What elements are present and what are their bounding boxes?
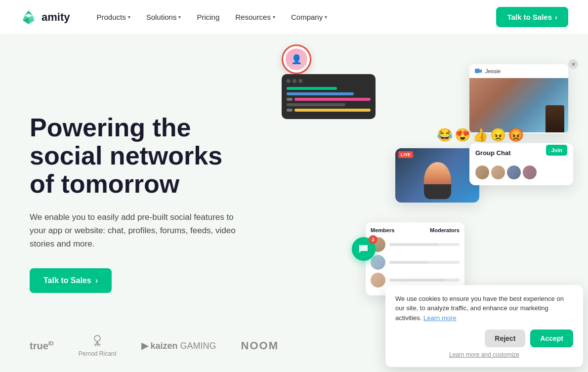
brand-kaizen: ▶ kaizen GAMING [141, 340, 216, 351]
window-dot [298, 79, 302, 83]
chevron-down-icon: ▾ [128, 14, 130, 20]
avatar [491, 165, 505, 179]
podcast-circle: 👤 [282, 44, 311, 74]
hero-title: Powering the social networks of tomorrow [30, 114, 237, 199]
navbar: amity Products ▾ Solutions ▾ Pricing Res… [0, 0, 588, 35]
nav-item-company[interactable]: Company ▾ [284, 9, 334, 25]
live-badge: LIVE [398, 151, 413, 158]
avatar [475, 165, 489, 179]
svg-rect-5 [475, 69, 480, 73]
brand-name: amity [42, 11, 70, 24]
video-card-header: Jessie [469, 64, 568, 78]
cookie-buttons: Reject Accept [395, 330, 573, 347]
code-line [287, 103, 345, 106]
brand-trueid: trueID [30, 340, 54, 352]
chat-bubble[interactable]: 2 [352, 237, 376, 261]
chevron-down-icon: ▾ [273, 14, 275, 20]
chat-badge: 2 [369, 235, 378, 244]
brand-logos: trueID Pernod Ricard ▶ kaizen GAMING NOO… [30, 334, 279, 357]
video-thumbnail [469, 78, 568, 132]
video-card: Jessie [469, 64, 568, 133]
cookie-text: We use cookies to ensure you have the be… [395, 294, 573, 323]
hero-subtitle: We enable you to easily add pre-built so… [30, 210, 237, 251]
hero-content: Powering the social networks of tomorrow… [0, 84, 267, 323]
chat-icon [358, 243, 370, 255]
brand-pernod: Pernod Ricard [79, 334, 117, 357]
cookie-reject-button[interactable]: Reject [485, 330, 525, 347]
video-icon [474, 67, 482, 75]
moderators-label: Moderators [430, 227, 460, 237]
member-row [371, 255, 460, 270]
chevron-down-icon: ▾ [178, 14, 181, 20]
avatar [523, 165, 537, 179]
svg-marker-6 [480, 69, 482, 73]
member-row [371, 237, 460, 252]
amity-logo-icon [20, 8, 38, 26]
brand-noom: NOOM [241, 339, 279, 352]
nav-item-pricing[interactable]: Pricing [190, 9, 226, 25]
avatar [371, 255, 385, 270]
nav-links: Products ▾ Solutions ▾ Pricing Resources… [89, 9, 496, 25]
group-chat-card: Group Chat Join [469, 143, 573, 185]
emoji-row: 😂 😍 👍 😠 😡 [437, 127, 524, 143]
live-stream-card: LIVE [395, 148, 479, 203]
code-card [282, 74, 376, 119]
hero-talk-to-sales-button[interactable]: Talk to Sales › [30, 268, 112, 293]
avatar [371, 273, 385, 288]
svg-line-10 [97, 341, 100, 346]
avatar [507, 165, 521, 179]
nav-item-resources[interactable]: Resources ▾ [228, 9, 282, 25]
svg-point-7 [94, 335, 100, 341]
members-title: Members [371, 227, 394, 233]
logo[interactable]: amity [20, 8, 70, 26]
window-dot [287, 79, 291, 83]
close-icon[interactable]: ✕ [568, 59, 578, 69]
hero-section: Powering the social networks of tomorrow… [0, 35, 588, 372]
group-chat-avatars [475, 165, 567, 179]
group-chat-title: Group Chat [475, 149, 511, 157]
cookie-accept-button[interactable]: Accept [530, 330, 573, 347]
code-line [287, 92, 354, 95]
cookie-learn-more-link[interactable]: Learn more [423, 314, 456, 322]
members-card: Members Moderators [366, 222, 464, 295]
svg-line-8 [95, 341, 97, 346]
cookie-customize-link[interactable]: Learn more and customize [395, 351, 573, 358]
code-line [287, 87, 337, 90]
nav-item-products[interactable]: Products ▾ [89, 9, 137, 25]
nav-item-solutions[interactable]: Solutions ▾ [139, 9, 188, 25]
chevron-down-icon: ▾ [325, 14, 327, 20]
cookie-banner: We use cookies to ensure you have the be… [385, 285, 583, 368]
group-chat-join-button[interactable]: Join [546, 145, 567, 156]
window-dot [293, 79, 296, 83]
svg-marker-0 [25, 10, 33, 15]
nav-talk-to-sales-button[interactable]: Talk to Sales › [496, 7, 568, 27]
